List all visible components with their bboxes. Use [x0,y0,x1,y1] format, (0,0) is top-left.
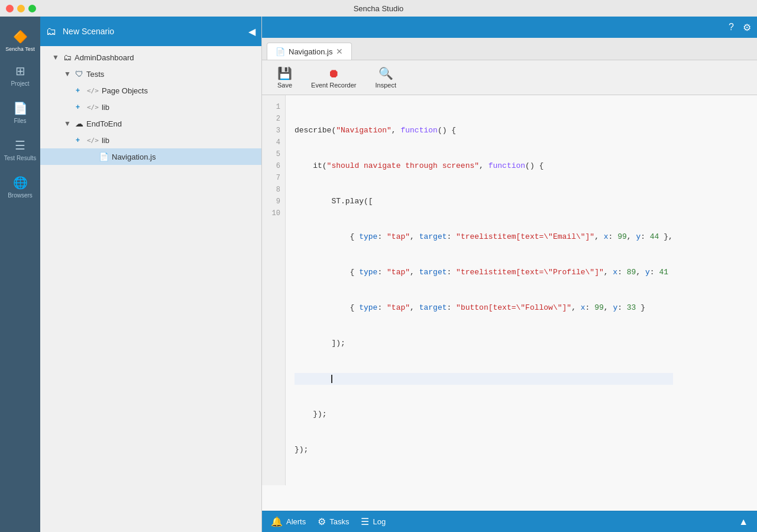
nav-label-project: Project [11,80,29,87]
test-results-icon: ☰ [15,138,25,153]
browsers-icon: 🌐 [13,176,28,190]
panel-header-content: 🗂 New Scenario [46,25,248,38]
code-line-1: describe("Navigation", function() { [295,125,673,137]
action-toolbar: 💾 Save ⏺ Event Recorder 🔍 Inspect [262,60,757,95]
event-recorder-label: Event Recorder [311,82,356,89]
save-button[interactable]: 💾 Save [268,63,302,92]
event-recorder-button[interactable]: ⏺ Event Recorder [302,64,365,92]
app-icon: 🔶 [13,30,28,44]
code-line-4: { type: "tap", target: "treelistitem[tex… [295,231,673,243]
main-layout: 🔶 Sencha Test ⊞ Project 📄 Files ☰ Test R… [0,17,757,532]
left-panel: 🗂 New Scenario ◀ ▼ 🗂 AdminDashboard ▼ 🛡 … [40,17,262,532]
close-button[interactable] [6,5,14,12]
nav-label-files: Files [14,118,26,124]
tab-close-button[interactable]: ✕ [336,47,343,56]
tree-item-end-to-end[interactable]: ▼ ☁ EndToEnd [40,115,261,132]
code-line-3: ST.play([ [295,196,673,207]
toggle-page-objects[interactable]: + [76,86,84,95]
right-panel: ? ⚙ 📄 Navigation.js ✕ 💾 Save ⏺ Event Rec… [262,17,757,532]
tests-label: Tests [86,70,104,79]
tree-item-page-objects[interactable]: + </> Page Objects [40,82,261,99]
window-title: Sencha Studio [354,4,404,13]
end-to-end-label: EndToEnd [86,119,122,128]
lib2-label: lib [102,136,109,145]
code-line-7: ]); [295,338,673,349]
lib-label: lib [102,103,109,112]
admin-dashboard-label: AdminDashboard [75,53,134,62]
code-line-2: it("should navigate through screens", fu… [295,160,673,172]
toggle-tests[interactable]: ▼ [64,70,72,78]
titlebar: Sencha Studio [0,0,757,17]
alerts-icon: 🔔 [271,516,283,527]
tasks-label: Tasks [329,517,349,526]
tasks-tab[interactable]: ⚙ Tasks [318,516,349,527]
event-recorder-icon: ⏺ [328,67,339,80]
code-line-10: }); [295,444,673,456]
top-toolbar: ? ⚙ [262,17,757,38]
window-controls[interactable] [6,5,36,12]
app-name: Sencha Test [5,46,34,52]
maximize-button[interactable] [28,5,36,12]
tests-icon: 🛡 [75,69,83,79]
nav-item-files[interactable]: 📄 Files [0,94,40,131]
nav-label-test-results: Test Results [4,155,36,161]
tree-item-lib[interactable]: + </> lib [40,99,261,115]
nav-item-project[interactable]: ⊞ Project [0,57,40,94]
page-objects-label: Page Objects [102,86,148,95]
tree-item-admin-dashboard[interactable]: ▼ 🗂 AdminDashboard [40,49,261,66]
code-lines: describe("Navigation", function() { it("… [286,95,682,485]
code-line-6: { type: "tap", target: "button[text=\"Fo… [295,302,673,314]
inspect-label: Inspect [376,82,396,89]
expand-icon[interactable]: ▲ [739,517,748,527]
save-icon: 💾 [277,66,292,80]
tab-bar: 📄 Navigation.js ✕ [262,38,757,60]
code-line-9: }); [295,408,673,420]
end-to-end-icon: ☁ [75,119,83,128]
project-icon: ⊞ [15,64,25,78]
panel-collapse-button[interactable]: ◀ [248,26,255,37]
page-objects-icon: </> [87,87,99,95]
nav-sidebar: 🔶 Sencha Test ⊞ Project 📄 Files ☰ Test R… [0,17,40,532]
tree-item-lib2[interactable]: + </> lib [40,132,261,148]
tasks-icon: ⚙ [318,516,326,527]
nav-label-browsers: Browsers [8,192,33,199]
tree-item-tests[interactable]: ▼ 🛡 Tests [40,66,261,82]
tree-item-navigation-js[interactable]: 📄 Navigation.js [40,148,261,165]
code-line-5: { type: "tap", target: "treelistitem[tex… [295,267,673,278]
navigation-js-icon: 📄 [99,152,109,161]
panel-header: 🗂 New Scenario ◀ [40,17,261,46]
toggle-admin-dashboard[interactable]: ▼ [52,53,60,61]
panel-header-title: New Scenario [63,27,114,36]
log-label: Log [373,517,386,526]
tab-file-icon: 📄 [276,47,285,56]
help-icon[interactable]: ? [729,22,734,33]
nav-item-browsers[interactable]: 🌐 Browsers [0,168,40,206]
app-logo: 🔶 Sencha Test [0,22,40,57]
inspect-icon: 🔍 [378,66,393,80]
line-numbers: 1 2 3 4 5 6 7 8 9 10 [262,95,286,485]
inspect-button[interactable]: 🔍 Inspect [366,63,406,92]
log-icon: ☰ [361,516,369,527]
tab-navigation-js[interactable]: 📄 Navigation.js ✕ [267,43,352,60]
lib2-icon: </> [87,137,99,144]
lib-icon: </> [87,103,99,111]
settings-icon[interactable]: ⚙ [743,22,751,33]
nav-item-test-results[interactable]: ☰ Test Results [0,131,40,168]
code-line-8 [295,373,673,385]
navigation-js-label: Navigation.js [112,153,156,161]
alerts-tab[interactable]: 🔔 Alerts [271,516,306,527]
alerts-label: Alerts [286,517,306,526]
code-editor[interactable]: 1 2 3 4 5 6 7 8 9 10 describe("Navigatio… [262,95,757,511]
toggle-lib[interactable]: + [76,103,84,111]
minimize-button[interactable] [17,5,25,12]
log-tab[interactable]: ☰ Log [361,516,386,527]
scenario-header-icon: 🗂 [46,25,57,38]
admin-dashboard-icon: 🗂 [63,53,72,62]
code-content: 1 2 3 4 5 6 7 8 9 10 describe("Navigatio… [262,95,757,485]
bottom-bar: 🔔 Alerts ⚙ Tasks ☰ Log ▲ [262,511,757,532]
toggle-end-to-end[interactable]: ▼ [64,119,72,128]
toggle-lib2[interactable]: + [76,136,84,144]
tab-label: Navigation.js [289,47,332,56]
file-tree: ▼ 🗂 AdminDashboard ▼ 🛡 Tests + </> Page … [40,46,261,532]
files-icon: 📄 [13,101,28,115]
